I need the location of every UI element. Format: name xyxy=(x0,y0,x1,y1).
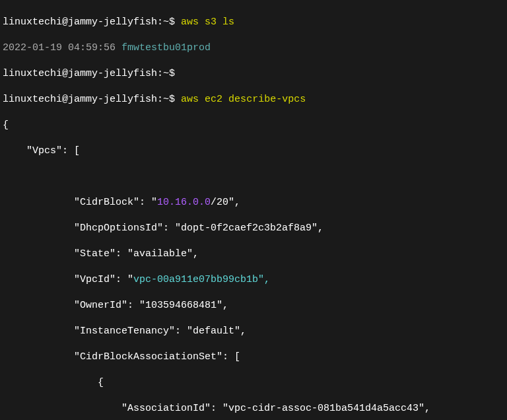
prompt-line-2: linuxtechi@jammy-jellyfish:~$ xyxy=(3,67,504,81)
user: linuxtechi xyxy=(3,17,62,28)
vpc-id: vpc-00a911e07bb99cb1b xyxy=(133,274,258,285)
path: ~ xyxy=(163,17,169,28)
json-cidrset-brace: { xyxy=(3,376,504,390)
json-vpcid-line: "VpcId": "vpc-00a911e07bb99cb1b", xyxy=(3,273,504,287)
timestamp: 2022-01-19 04:59:56 xyxy=(3,42,121,53)
prompt-line-3: linuxtechi@jammy-jellyfish:~$ aws ec2 de… xyxy=(3,93,504,106)
json-cidrset-open: "CidrBlockAssociationSet": [ xyxy=(3,351,504,364)
json-owner-line: "OwnerId": "103594668481", xyxy=(3,299,504,312)
json-assoc-line: "AssociationId": "vpc-cidr-assoc-081ba54… xyxy=(3,402,504,415)
json-state-line: "State": "available", xyxy=(3,248,504,261)
json-cidr-line: "CidrBlock": "10.16.0.0/20", xyxy=(3,196,504,209)
terminal-output[interactable]: linuxtechi@jammy-jellyfish:~$ aws s3 ls … xyxy=(3,3,504,420)
command: aws ec2 describe-vpcs xyxy=(181,94,306,105)
json-blank-line xyxy=(3,170,504,184)
json-vpcs-key: "Vpcs": [ xyxy=(3,145,504,158)
host: jammy-jellyfish xyxy=(68,17,157,28)
json-open-brace: { xyxy=(3,119,504,132)
s3-output-line: 2022-01-19 04:59:56 fmwtestbu01prod xyxy=(3,42,504,55)
command: aws s3 ls xyxy=(181,17,234,28)
ip-address: 10.16.0.0 xyxy=(157,197,211,208)
json-dhcp-line: "DhcpOptionsId": "dopt-0f2caef2c3b2af8a9… xyxy=(3,222,504,235)
json-tenancy-line: "InstanceTenancy": "default", xyxy=(3,325,504,338)
prompt-line-1: linuxtechi@jammy-jellyfish:~$ aws s3 ls xyxy=(3,16,504,29)
bucket-name: fmwtestbu01prod xyxy=(121,42,211,53)
